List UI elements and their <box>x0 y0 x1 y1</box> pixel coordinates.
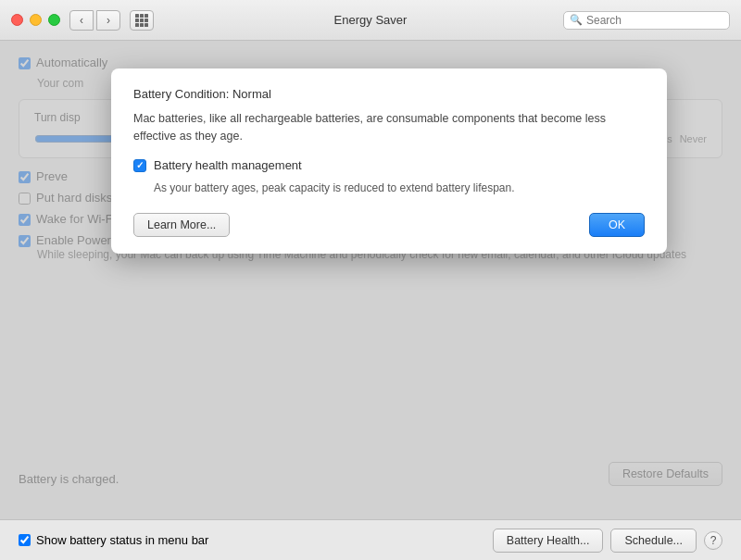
popup-condition-label: Battery Condition: <box>133 87 229 101</box>
show-battery-label: Show battery status in menu bar <box>36 533 208 547</box>
search-input[interactable] <box>586 14 723 27</box>
popup-checkbox-description: As your battery ages, peak capacity is r… <box>154 180 645 196</box>
title-bar: ‹ › Energy Saver 🔍 <box>0 0 741 41</box>
popup-condition-value: Normal <box>232 87 271 101</box>
maximize-button[interactable] <box>48 14 60 26</box>
help-button[interactable]: ? <box>704 531 722 550</box>
popup-buttons: Learn More... OK <box>133 213 645 237</box>
nav-buttons: ‹ › <box>69 10 120 31</box>
minimize-button[interactable] <box>30 14 42 26</box>
popup-description: Mac batteries, like all rechargeable bat… <box>133 110 645 145</box>
popup-checkbox-row: Battery health management <box>133 158 645 172</box>
show-battery-row: Show battery status in menu bar <box>19 533 208 547</box>
close-button[interactable] <box>11 14 23 26</box>
battery-health-checkbox[interactable] <box>133 159 146 172</box>
forward-button[interactable]: › <box>96 10 120 31</box>
grid-button[interactable] <box>130 10 154 31</box>
footer-bar: Show battery status in menu bar Battery … <box>0 519 741 560</box>
popup-checkbox-label: Battery health management <box>154 158 302 172</box>
ok-button[interactable]: OK <box>589 213 645 237</box>
grid-icon <box>135 14 148 27</box>
traffic-lights <box>11 14 60 26</box>
search-box[interactable]: 🔍 <box>563 11 730 30</box>
learn-more-button[interactable]: Learn More... <box>133 213 230 237</box>
popup-condition-row: Battery Condition: Normal <box>133 87 645 101</box>
battery-health-button[interactable]: Battery Health... <box>493 529 604 553</box>
footer-right: Battery Health... Schedule... ? <box>493 529 722 553</box>
window-title: Energy Saver <box>334 13 408 27</box>
schedule-button[interactable]: Schedule... <box>610 529 697 553</box>
main-content: Automatically Your com Turn disp hrs Nev… <box>0 41 741 560</box>
search-icon: 🔍 <box>570 14 583 26</box>
popup-dialog: Battery Condition: Normal Mac batteries,… <box>111 68 667 254</box>
back-button[interactable]: ‹ <box>69 10 94 31</box>
show-battery-checkbox[interactable] <box>19 534 31 546</box>
